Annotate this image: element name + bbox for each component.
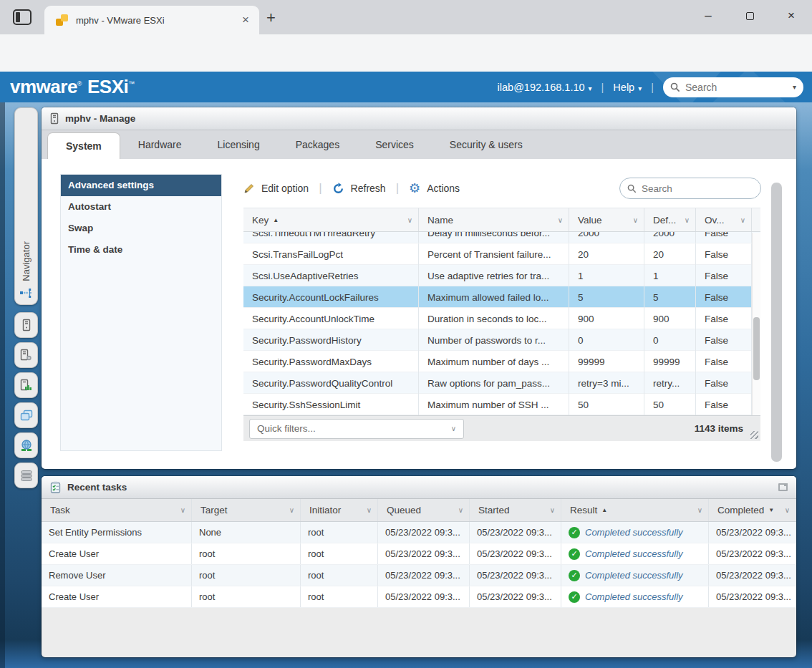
table-row[interactable]: Security.PasswordMaxDays Maximum number …	[243, 351, 760, 372]
table-row[interactable]: Scsi.TransFailLogPct Percent of Transien…	[243, 243, 760, 265]
tab-close-icon[interactable]: ×	[239, 13, 252, 27]
tab-security-users[interactable]: Security & users	[432, 130, 541, 159]
column-header-key[interactable]: Key▲∨	[243, 208, 419, 231]
column-header-task[interactable]: Task∨	[42, 499, 192, 521]
close-button[interactable]: ×	[770, 0, 812, 32]
recent-tasks-panel: Recent tasks Task∨ Target∨ Initiator∨ Qu…	[42, 476, 796, 657]
chevron-down-icon[interactable]: ∨	[176, 506, 185, 514]
cell-key: Security.SshSessionLimit	[243, 394, 419, 415]
sidebar-item-time-date[interactable]: Time & date	[61, 239, 221, 261]
cell-queued: 05/23/2022 09:3...	[378, 565, 470, 586]
cell-completed: 05/23/2022 09:3...	[709, 565, 796, 586]
column-header-default[interactable]: Def...∨	[644, 208, 696, 231]
tasks-clipboard-icon	[50, 481, 61, 493]
table-scrollbar[interactable]	[752, 233, 760, 416]
settings-search[interactable]	[619, 178, 761, 199]
quick-filters-dropdown[interactable]: Quick filters...∨	[249, 419, 464, 439]
global-search-input[interactable]	[685, 82, 788, 93]
cell-value: 900	[569, 308, 644, 329]
table-row[interactable]: Security.AccountUnlockTime Duration in s…	[243, 308, 760, 329]
tab-packages[interactable]: Packages	[278, 130, 357, 159]
tab-licensing[interactable]: Licensing	[200, 130, 278, 159]
nav-host-button[interactable]	[14, 312, 38, 338]
restore-panel-icon[interactable]	[778, 483, 788, 491]
cell-overridden: False	[696, 232, 752, 243]
chevron-down-icon[interactable]: ∨	[693, 506, 702, 514]
column-header-started[interactable]: Started∨	[470, 499, 561, 521]
resize-grip[interactable]	[750, 431, 758, 439]
sidebar-item-autostart[interactable]: Autostart	[61, 196, 221, 218]
column-header-result[interactable]: Result▲∨	[561, 499, 709, 521]
nav-manage-button[interactable]	[14, 342, 38, 368]
table-row[interactable]: Security.SshSessionLimit Maximum number …	[243, 394, 760, 415]
navigator-panel[interactable]: Navigator	[14, 107, 38, 305]
task-row[interactable]: Create User root root 05/23/2022 09:3...…	[42, 543, 796, 565]
maximize-icon	[746, 12, 754, 20]
cell-overridden: False	[696, 372, 752, 394]
nav-networking-button[interactable]	[14, 432, 38, 458]
chevron-down-icon[interactable]: ∨	[554, 216, 563, 224]
new-tab-button[interactable]: +	[266, 9, 276, 27]
chevron-down-icon[interactable]: ∨	[362, 506, 372, 514]
cell-key: Scsi.UseAdaptiveRetries	[243, 265, 419, 286]
scrollbar-thumb[interactable]	[753, 317, 760, 380]
system-sidebar: Advanced settings Autostart Swap Time & …	[60, 174, 222, 451]
column-header-name[interactable]: Name∨	[419, 208, 569, 231]
help-menu[interactable]: Help▾	[613, 82, 642, 93]
nav-monitor-button[interactable]	[14, 372, 38, 398]
cell-target: root	[192, 565, 301, 586]
refresh-icon	[332, 183, 344, 195]
caret-down-icon[interactable]: ▾	[793, 83, 796, 91]
sidebar-item-advanced-settings[interactable]: Advanced settings	[61, 175, 221, 196]
table-row[interactable]: Security.PasswordHistory Number of passw…	[243, 329, 760, 351]
table-row-selected[interactable]: Security.AccountLockFailures Maximum all…	[243, 286, 760, 308]
chevron-down-icon[interactable]: ∨	[680, 216, 690, 224]
chevron-down-icon[interactable]: ∨	[780, 506, 790, 514]
cell-default: 99999	[644, 351, 696, 372]
chevron-down-icon[interactable]: ∨	[736, 216, 745, 224]
column-header-target[interactable]: Target∨	[192, 499, 301, 521]
column-header-overridden[interactable]: Ov...∨	[696, 208, 752, 231]
column-header-completed[interactable]: Completed▼∨	[709, 499, 796, 521]
task-row[interactable]: Create User root root 05/23/2022 09:3...…	[42, 586, 796, 608]
cell-default: retry...	[644, 372, 696, 394]
cell-default: 900	[644, 308, 696, 329]
edit-option-button[interactable]: Edit option	[261, 183, 309, 194]
global-search[interactable]: ▾	[663, 77, 803, 97]
cell-initiator: root	[301, 543, 378, 564]
user-menu[interactable]: ilab@192.168.1.10▾	[498, 82, 592, 93]
tab-services[interactable]: Services	[357, 130, 432, 159]
nav-virtual-machines-button[interactable]	[14, 402, 38, 428]
tab-workspaces-icon[interactable]	[13, 9, 32, 25]
column-header-initiator[interactable]: Initiator∨	[301, 499, 378, 521]
settings-search-input[interactable]	[642, 183, 753, 194]
refresh-button[interactable]: Refresh	[351, 183, 386, 194]
cell-name: Maximum allowed failed lo...	[419, 286, 569, 308]
browser-tab[interactable]: mphv - VMware ESXi ×	[44, 6, 259, 34]
cell-result: ✓Completed successfully	[561, 522, 709, 543]
chevron-down-icon[interactable]: ∨	[546, 506, 555, 514]
table-row[interactable]: Security.PasswordQualityControl Raw opti…	[243, 372, 760, 394]
chevron-down-icon[interactable]: ∨	[403, 216, 412, 224]
minimize-button[interactable]: –	[687, 0, 729, 32]
chevron-down-icon[interactable]: ∨	[285, 506, 294, 514]
table-row[interactable]: Scsi.TimeoutTMThreadRetry Delay in milli…	[243, 232, 760, 243]
table-row[interactable]: Scsi.UseAdaptiveRetries Use adaptive ret…	[243, 265, 760, 286]
networking-icon	[20, 439, 33, 452]
task-row[interactable]: Remove User root root 05/23/2022 09:3...…	[42, 565, 796, 586]
actions-button[interactable]: Actions	[427, 183, 460, 194]
virtual-machines-icon	[20, 410, 33, 421]
column-header-queued[interactable]: Queued∨	[378, 499, 470, 521]
cell-overridden: False	[696, 394, 752, 415]
nav-storage-button[interactable]	[14, 463, 38, 488]
chevron-down-icon[interactable]: ∨	[629, 216, 638, 224]
tab-hardware[interactable]: Hardware	[120, 130, 200, 159]
maximize-button[interactable]	[729, 0, 770, 32]
chevron-down-icon[interactable]: ∨	[454, 506, 463, 514]
tab-system[interactable]: System	[47, 132, 120, 159]
page-scrollbar-thumb[interactable]	[771, 183, 782, 462]
task-row[interactable]: Set Entity Permissions None root 05/23/2…	[42, 522, 796, 543]
sidebar-item-swap[interactable]: Swap	[61, 218, 221, 239]
cell-name: Maximum number of SSH ...	[419, 394, 569, 415]
column-header-value[interactable]: Value∨	[569, 208, 644, 231]
